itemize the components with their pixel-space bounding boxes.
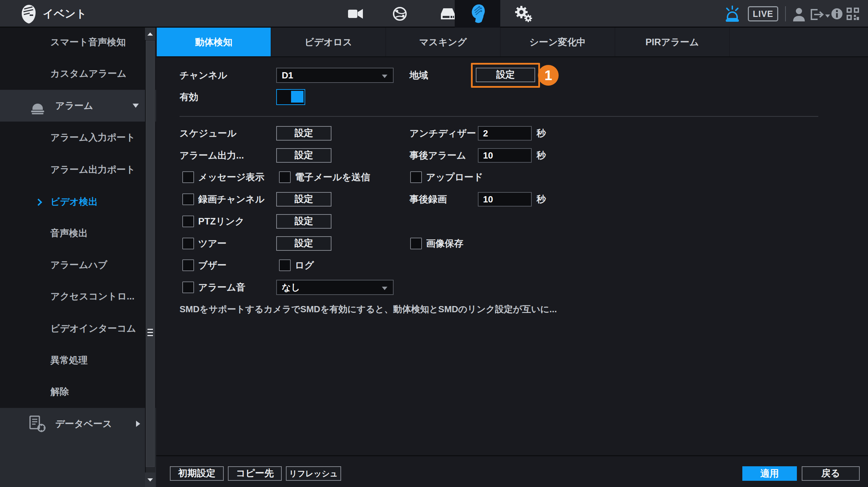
alarm-tone-label: アラーム音 [198,280,245,295]
save-picture-checkbox[interactable] [410,238,422,249]
upload-label: アップロード [426,170,483,184]
sidebar-item-database-group[interactable]: データベース [0,408,145,440]
top-bar: イベント [0,0,868,28]
chevron-down-icon [133,104,139,108]
tab-masking[interactable]: マスキング [386,28,500,56]
scroll-up-icon [147,32,153,36]
smd-note-text: SMDをサポートするカメラでSMDを有効にすると、動体検知とSMDのリンク設定が… [180,303,557,315]
copy-to-button[interactable]: コピー先 [228,466,282,481]
post-alarm-input[interactable]: 10 [478,148,532,163]
enable-toggle[interactable] [276,89,305,105]
alarm-out-set-button[interactable]: 設定 [276,148,331,163]
nav-ai-event-button-active[interactable] [455,0,500,28]
alarm-tone-select[interactable]: なし [276,280,394,295]
tab-bar-filler [730,28,868,56]
network-globe-icon [377,0,423,28]
alarm-out-label: アラーム出力... [180,148,244,163]
sidebar-item-alarm-group[interactable]: アラーム [0,90,145,122]
logout-caret-icon[interactable] [825,15,830,18]
select-caret-icon [382,75,387,78]
post-record-unit: 秒 [537,192,546,207]
schedule-set-button[interactable]: 設定 [276,126,331,141]
qr-code-icon[interactable] [846,7,860,22]
app-logo-icon [19,4,38,26]
settings-gears-icon [503,0,544,28]
chevron-right-icon [136,421,140,427]
sidebar-item-video-detection-active[interactable]: ビデオ検出 [0,186,145,218]
scrollbar-grip-line [147,335,153,336]
sidebar-item-audio-detection[interactable]: 音声検出 [0,217,145,249]
active-chevron-icon [35,199,42,206]
post-record-input[interactable]: 10 [478,192,532,207]
ptz-link-label: PTZリンク [198,214,244,229]
sidebar-item-disarm[interactable]: 解除 [0,376,145,408]
tab-bar-underline [156,56,868,57]
select-caret-icon [382,287,387,290]
alarm-siren-icon[interactable] [724,5,740,24]
save-picture-label: 画像保存 [426,236,463,251]
scrollbar-grip-line [147,332,153,333]
tour-set-button[interactable]: 設定 [276,236,331,251]
buzzer-label: ブザー [198,258,226,273]
sidebar-item-abnormality[interactable]: 異常処理 [0,344,145,376]
channel-select[interactable]: D1 [276,68,394,83]
siren-icon [30,97,46,116]
show-message-checkbox[interactable] [182,171,194,183]
tab-video-loss[interactable]: ビデオロス [271,28,385,56]
sidebar-item-alarm-hub[interactable]: アラームハブ [0,249,145,281]
scrollbar-up-button[interactable] [145,28,155,40]
log-checkbox[interactable] [279,259,291,271]
section-divider [180,116,818,117]
sidebar-item-smart-audio-detection[interactable]: スマート音声検知 [0,26,145,58]
sidebar-item-custom-alarm[interactable]: カスタムアラーム [0,58,145,89]
buzzer-checkbox[interactable] [182,259,194,271]
anti-dither-input[interactable]: 2 [478,126,532,141]
channel-label: チャンネル [180,68,227,83]
ptz-link-checkbox[interactable] [182,216,194,227]
logout-icon[interactable] [809,8,824,23]
anti-dither-label: アンチディザー [409,126,476,141]
ptz-link-set-button[interactable]: 設定 [276,214,331,229]
send-email-checkbox[interactable] [279,171,291,183]
event-settings-window: イベント [0,0,868,487]
enable-label: 有効 [180,90,198,104]
database-icon [29,416,46,434]
user-icon[interactable] [792,7,806,23]
live-button[interactable]: LIVE [748,6,778,21]
tour-label: ツアー [198,236,226,251]
nav-network-button[interactable] [377,0,423,28]
record-channel-set-button[interactable]: 設定 [276,192,331,207]
back-button[interactable]: 戻る [802,466,860,481]
nav-camera-button[interactable] [333,0,378,28]
tour-checkbox[interactable] [182,238,194,249]
tab-motion-detection[interactable]: 動体検知 [157,28,271,56]
refresh-button[interactable]: リフレッシュ [286,466,341,481]
camera-icon [333,0,378,28]
tab-scene-change[interactable]: シーン変化中 [501,28,615,56]
default-button[interactable]: 初期設定 [170,466,224,481]
sidebar-scrollbar-thumb[interactable] [146,41,155,467]
topbar-separator [785,6,786,21]
show-message-label: メッセージ表示 [198,170,264,184]
tab-pir-alarm[interactable]: PIRアラーム [615,28,729,56]
toggle-knob [291,91,303,103]
scrollbar-grip-line [147,329,153,330]
info-icon[interactable] [831,8,843,21]
log-label: ログ [295,258,314,273]
record-channel-label: 録画チャンネル [198,192,264,207]
sidebar-item-video-intercom[interactable]: ビデオインターコム [0,313,145,344]
sidebar-item-access-control[interactable]: アクセスコントロ... [0,280,145,312]
post-alarm-label: 事後アラーム [409,148,466,163]
upload-checkbox[interactable] [410,171,422,183]
alarm-tone-checkbox[interactable] [182,281,194,293]
sidebar-item-alarm-out-port[interactable]: アラーム出力ポート [0,154,145,185]
scrollbar-down-button[interactable] [145,472,155,487]
scroll-down-icon [147,478,153,481]
record-channel-checkbox[interactable] [182,193,194,205]
sidebar-item-alarm-in-port[interactable]: アラーム入力ポート [0,122,145,153]
nav-settings-button[interactable] [503,0,544,28]
region-label: 地域 [409,68,428,83]
annotation-highlight-box [471,63,540,88]
footer-divider [156,455,868,456]
apply-button[interactable]: 適用 [742,466,797,481]
